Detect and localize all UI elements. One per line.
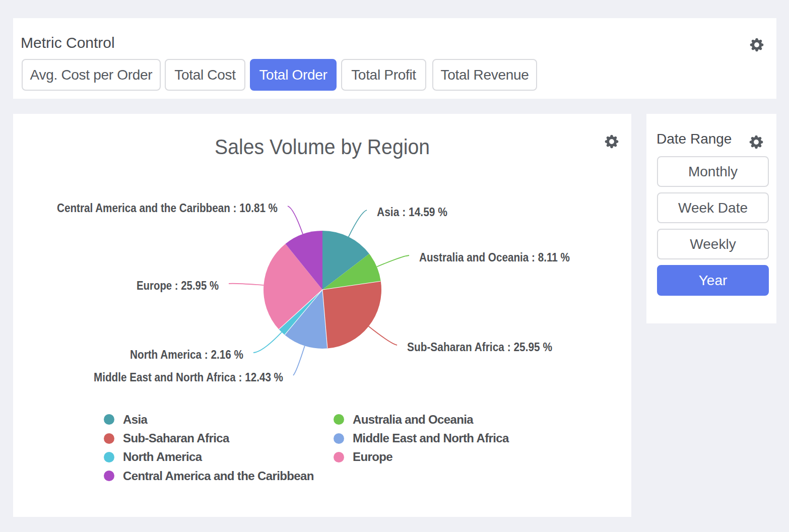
pie-label: North America : 2.16 %: [130, 348, 243, 361]
pie-label: Asia : 14.59 %: [377, 205, 447, 219]
legend-item-europe[interactable]: Europe: [334, 448, 509, 467]
legend-item-asia[interactable]: Asia: [104, 410, 314, 429]
legend-dot: [104, 471, 114, 481]
legend-item-australia-and-oceania[interactable]: Australia and Oceania: [334, 410, 509, 429]
pie-label: Central America and the Caribbean : 10.8…: [57, 201, 278, 215]
date-range-button-monthly[interactable]: Monthly: [657, 156, 769, 187]
gear-icon[interactable]: [749, 135, 764, 150]
pie-label-line: [369, 326, 397, 345]
pie-label-line: [229, 284, 264, 285]
date-range-title: Date Range: [656, 131, 732, 147]
pie-label: Europe : 25.95 %: [137, 279, 219, 292]
legend-item-middle-east-and-north-africa[interactable]: Middle East and North Africa: [334, 429, 509, 447]
legend-item-sub-saharan-africa[interactable]: Sub-Saharan Africa: [104, 429, 314, 447]
gear-icon[interactable]: [604, 134, 619, 149]
chart-legend-right-column: Australia and OceaniaMiddle East and Nor…: [334, 410, 509, 467]
pie-label-line: [377, 255, 409, 267]
legend-label: Asia: [123, 413, 147, 427]
legend-label: North America: [123, 450, 202, 464]
metric-control-panel: Metric Control Avg. Cost per OrderTotal …: [13, 18, 776, 99]
pie-label: Middle East and North Africa : 12.43 %: [94, 370, 283, 384]
legend-dot: [334, 433, 344, 444]
date-range-button-week-date[interactable]: Week Date: [657, 192, 769, 223]
legend-label: Europe: [353, 450, 392, 464]
legend-dot: [334, 414, 344, 425]
legend-item-north-america[interactable]: North America: [104, 448, 314, 467]
pie-label-line: [349, 210, 367, 237]
legend-label: Sub-Saharan Africa: [123, 431, 229, 445]
metric-button-avg-cost-per-order[interactable]: Avg. Cost per Order: [22, 59, 161, 91]
metric-button-total-cost[interactable]: Total Cost: [165, 59, 245, 91]
legend-label: Central America and the Caribbean: [123, 469, 314, 483]
legend-label: Australia and Oceania: [353, 413, 473, 427]
date-range-button-weekly[interactable]: Weekly: [657, 229, 769, 259]
metric-button-total-revenue[interactable]: Total Revenue: [432, 59, 537, 91]
date-range-panel: Date Range MonthlyWeek DateWeeklyYear: [646, 114, 776, 323]
legend-label: Middle East and North Africa: [353, 431, 509, 445]
metric-button-total-profit[interactable]: Total Profit: [341, 59, 426, 91]
pie-label: Australia and Oceania : 8.11 %: [419, 250, 570, 264]
legend-dot: [334, 452, 344, 462]
legend-item-central-america-and-the-caribbean[interactable]: Central America and the Caribbean: [104, 467, 314, 485]
legend-dot: [104, 452, 114, 462]
sales-volume-chart-panel: Sales Volume by RegionAsia : 14.59 %Aust…: [13, 114, 631, 517]
metric-control-title: Metric Control: [21, 34, 115, 51]
pie-label-line: [293, 346, 305, 375]
chart-legend-left-column: AsiaSub-Saharan AfricaNorth AmericaCentr…: [104, 410, 314, 486]
gear-icon[interactable]: [749, 37, 764, 52]
pie-slice-sub-saharan-africa[interactable]: [322, 281, 381, 348]
pie-label-line: [253, 332, 282, 353]
legend-dot: [104, 433, 114, 444]
metric-button-total-order[interactable]: Total Order: [250, 59, 337, 91]
chart-title: Sales Volume by Region: [215, 135, 430, 159]
date-range-button-year[interactable]: Year: [657, 265, 769, 296]
pie-label: Sub-Saharan Africa : 25.95 %: [407, 340, 552, 354]
pie-label-line: [288, 206, 303, 234]
legend-dot: [104, 414, 114, 425]
